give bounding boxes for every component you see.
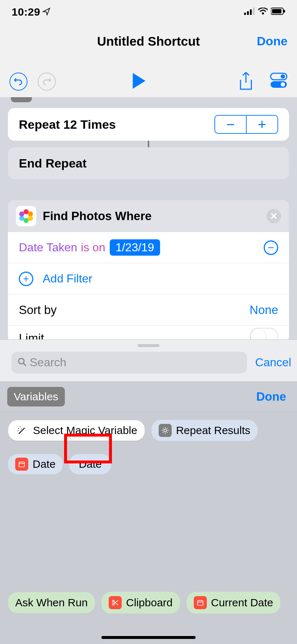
search-placeholder: Search [30, 356, 66, 369]
clipboard-suggestion[interactable]: Clipboard [101, 592, 180, 614]
suggestions-row: Ask When Run Clipboard Current Date [0, 587, 297, 619]
add-filter-label: Add Filter [43, 272, 92, 285]
limit-switch[interactable] [250, 328, 278, 339]
repeat-results-label: Repeat Results [176, 424, 250, 437]
find-photos-action[interactable]: Find Photos Where ✕ Date Taken is on 1/2… [8, 200, 289, 339]
status-bar: 10:29 [0, 0, 297, 24]
limit-label: Limit [19, 331, 44, 339]
limit-row[interactable]: Limit [8, 326, 289, 339]
status-time-text: 10:29 [12, 6, 40, 18]
svg-point-18 [18, 358, 24, 364]
location-icon [42, 6, 50, 18]
filter-operator[interactable]: is on [81, 241, 105, 254]
filter-value[interactable]: 1/23/19 [110, 239, 160, 256]
play-button[interactable] [131, 72, 147, 91]
photos-app-icon [16, 206, 36, 226]
svg-point-12 [24, 209, 29, 214]
search-input[interactable]: Search [12, 352, 247, 373]
filter-field[interactable]: Date Taken [19, 241, 77, 254]
share-icon [238, 72, 254, 91]
svg-rect-6 [272, 9, 281, 13]
date1-label: Date [33, 458, 55, 470]
svg-point-15 [24, 218, 29, 223]
add-filter-button[interactable]: + Add Filter [8, 263, 289, 294]
connector-line [148, 141, 149, 147]
variable-picker: Search Cancel Variables Done Select Magi… [0, 339, 297, 644]
svg-point-11 [281, 82, 285, 87]
close-icon: ✕ [270, 211, 278, 222]
status-time: 10:29 [12, 6, 50, 18]
wifi-icon [258, 8, 268, 16]
svg-point-4 [262, 12, 264, 15]
redo-button[interactable] [38, 73, 56, 91]
workflow-content: Repeat 12 Times − + End Repeat Find Phot… [0, 97, 297, 339]
find-photos-title: Find Photos Where [43, 209, 267, 223]
svg-rect-25 [197, 600, 203, 605]
svg-point-9 [281, 74, 285, 79]
done-button[interactable]: Done [257, 34, 288, 48]
minus-icon: − [268, 242, 274, 254]
calendar-icon [15, 458, 28, 471]
svg-rect-21 [19, 462, 25, 467]
ask-when-run-suggestion[interactable]: Ask When Run [8, 592, 95, 613]
variables-header: Variables Done [0, 381, 297, 412]
status-right [244, 8, 285, 16]
redo-icon [42, 77, 51, 86]
svg-point-16 [19, 216, 24, 221]
end-repeat-label: End Repeat [19, 156, 87, 170]
svg-point-14 [28, 216, 33, 221]
svg-rect-1 [247, 11, 249, 15]
filter-row[interactable]: Date Taken is on 1/23/19 − [8, 232, 289, 263]
svg-point-20 [164, 429, 166, 432]
undo-button[interactable] [9, 73, 28, 91]
remove-action-button[interactable]: ✕ [267, 209, 281, 223]
date-variable-1[interactable]: Date [8, 454, 63, 474]
repeat-results-variable[interactable]: Repeat Results [151, 420, 258, 441]
end-repeat-action[interactable]: End Repeat [8, 147, 289, 179]
current-date-label: Current Date [211, 596, 273, 609]
stepper-plus[interactable]: + [247, 116, 277, 133]
ask-when-run-label: Ask When Run [15, 596, 88, 609]
header: Untitled Shortcut Done [0, 24, 297, 66]
current-date-suggestion[interactable]: Current Date [187, 592, 281, 614]
variables-done-button[interactable]: Done [256, 390, 286, 404]
svg-rect-0 [244, 13, 246, 15]
find-photos-header: Find Photos Where ✕ [8, 200, 289, 232]
gear-icon [159, 424, 172, 437]
share-button[interactable] [238, 72, 254, 91]
cancel-button[interactable]: Cancel [255, 356, 291, 369]
highlight-annotation [64, 434, 112, 463]
sort-by-label: Sort by [19, 303, 57, 317]
repeat-stepper[interactable]: − + [214, 115, 278, 134]
settings-toggle-button[interactable] [270, 73, 288, 88]
calendar-icon [194, 596, 207, 609]
toolbar [0, 66, 297, 97]
search-panel: Search Cancel [0, 339, 297, 381]
repeat-action[interactable]: Repeat 12 Times − + [8, 108, 289, 141]
sort-by-value[interactable]: None [250, 303, 278, 317]
search-icon [17, 357, 27, 368]
stepper-minus[interactable]: − [215, 116, 247, 133]
variables-tab[interactable]: Variables [7, 387, 65, 406]
battery-icon [271, 8, 285, 16]
page-title: Untitled Shortcut [0, 34, 297, 49]
repeat-label: Repeat 12 Times [19, 117, 116, 132]
svg-point-13 [28, 211, 33, 216]
play-icon [131, 72, 147, 90]
action-stub [11, 97, 32, 102]
remove-filter-button[interactable]: − [264, 240, 278, 255]
svg-point-17 [19, 211, 24, 216]
home-indicator[interactable] [101, 636, 196, 639]
wand-icon [16, 424, 29, 437]
plus-circle-icon: + [19, 272, 33, 286]
svg-rect-7 [284, 10, 285, 13]
sort-by-row[interactable]: Sort by None [8, 294, 289, 326]
svg-rect-2 [250, 9, 252, 15]
cell-signal-icon [244, 8, 255, 16]
svg-rect-3 [253, 8, 255, 15]
drag-handle[interactable] [138, 344, 159, 347]
undo-icon [14, 77, 23, 86]
scissors-icon [109, 596, 122, 609]
svg-line-19 [23, 363, 26, 366]
clipboard-label: Clipboard [126, 596, 172, 609]
